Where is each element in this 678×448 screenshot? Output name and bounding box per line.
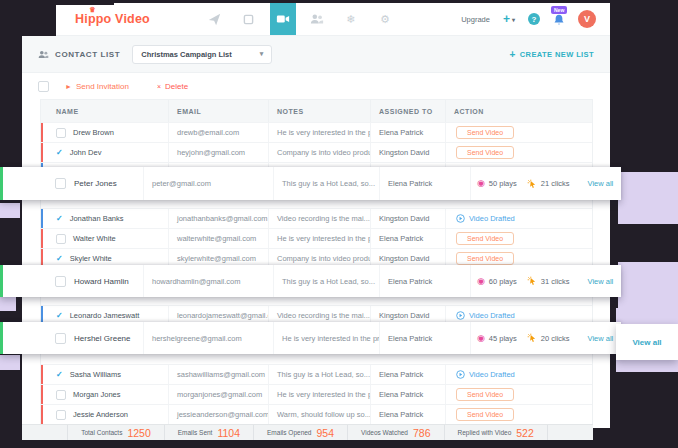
row-checkbox[interactable] (56, 390, 66, 400)
settings-icon[interactable]: ⚙ (372, 3, 398, 35)
help-button[interactable]: ? (528, 13, 540, 25)
video-drafted-status[interactable]: Video Drafted (456, 370, 515, 379)
view-all-link[interactable]: View all (588, 277, 614, 286)
create-new-list-button[interactable]: + CREATE NEW LIST (510, 49, 594, 60)
row-checkbox[interactable] (55, 178, 66, 189)
chevron-down-icon: ▾ (260, 50, 264, 58)
column-header-name: NAME (41, 100, 168, 122)
highlight-name-cell: Peter Jones (3, 167, 143, 200)
video-drafted-label: Video Drafted (469, 370, 515, 379)
video-camera-icon[interactable] (270, 3, 296, 35)
row-checkbox[interactable] (56, 234, 66, 244)
highlight-name-cell: Howard Hamlin (3, 265, 143, 297)
highlight-block (0, 355, 20, 370)
row-checkbox[interactable] (56, 410, 66, 420)
table-row[interactable]: ✓ Drew Brown drewb@email.com He is very … (41, 122, 592, 142)
notifications-button[interactable]: New (553, 13, 565, 26)
stats-footer: Total Contacts 1250 Emails Sent 1104 Ema… (22, 424, 593, 440)
contact-email: heyjohn@gmail.com (168, 143, 268, 162)
contact-name: Drew Brown (73, 128, 114, 137)
row-checkbox[interactable] (55, 276, 66, 287)
snowflake-icon: ❄ (346, 13, 355, 26)
contact-name: Peter Jones (74, 179, 117, 188)
view-all-link[interactable]: View all (588, 179, 614, 188)
stat-value: 954 (316, 427, 334, 439)
avatar[interactable]: V (578, 10, 596, 28)
bell-icon (553, 13, 565, 26)
integrations-icon[interactable]: ❄ (338, 3, 364, 35)
contact-email: sashawilliams@gmail.com (168, 365, 268, 384)
table-row[interactable]: ✓ Sasha Williams sashawilliams@gmail.com… (41, 364, 592, 384)
contact-email: morganjones@gmail.com (168, 385, 268, 404)
contact-notes: He is very interested in the prod... (268, 229, 370, 248)
video-drafted-status[interactable]: Video Drafted (456, 214, 515, 223)
row-checkbox[interactable] (56, 128, 66, 138)
circle-play-icon (456, 214, 465, 223)
table-row[interactable]: ✓ Morgan Jones morganjones@gmail.com He … (41, 384, 592, 404)
contacts-table: NAME EMAIL NOTES ASSIGNED TO ACTION ✓ Dr… (40, 99, 593, 424)
column-header-notes: NOTES (268, 100, 370, 122)
table-row[interactable]: ✓ Jessie Anderson jessieanderson@gmail.c… (41, 404, 592, 424)
check-icon[interactable]: ✓ (56, 148, 63, 157)
top-navigation-bar: ♛ Hippo Video ❄ (22, 3, 610, 35)
table-row[interactable]: ✓ Jonathan Banks jonathanbanks@gmail.com… (41, 208, 592, 228)
contact-name: John Dev (70, 148, 102, 157)
highlight-row-peter-jones[interactable]: Peter Jones peter@gmail.com This guy is … (0, 167, 621, 200)
view-all-link[interactable]: View all (588, 334, 614, 343)
contact-notes: He is very interested in the prod... (273, 322, 379, 354)
contact-assigned-to: Elena Patrick (370, 365, 445, 384)
action-cell: Send Video Video Drafted (445, 143, 592, 162)
contact-name: Jonathan Banks (70, 214, 124, 223)
name-cell: ✓ Morgan Jones (41, 385, 168, 404)
video-drafted-status[interactable]: Video Drafted (456, 311, 515, 320)
table-row[interactable]: ✓ Walter White walterwhite@gmail.com He … (41, 228, 592, 248)
row-checkbox[interactable] (55, 333, 66, 344)
clicks-count: 31 clicks (541, 277, 570, 286)
contact-name: Skyler White (70, 254, 112, 263)
send-video-button[interactable]: Send Video (456, 146, 514, 159)
highlight-row-howard-hamlin[interactable]: Howard Hamlin howardhamlin@gmail.com Thi… (0, 265, 621, 297)
contact-email: hershelgreene@gmail.com (143, 322, 273, 354)
send-invitation-button[interactable]: ► Send Invitation (65, 82, 129, 91)
upgrade-link[interactable]: Upgrade (461, 15, 490, 24)
app-logo[interactable]: ♛ Hippo Video (75, 12, 150, 26)
page-background: ♛ Hippo Video ❄ (0, 0, 678, 448)
contact-assigned-to: Elena Patrick (379, 167, 470, 200)
plus-icon: + (510, 49, 516, 60)
plays-icon: ◉ (477, 277, 485, 286)
contact-email: jessieanderson@gmail.com (168, 405, 268, 424)
contact-name: Walter White (73, 234, 116, 243)
quick-add-button[interactable]: + ▾ (503, 12, 515, 26)
contact-list-toolbar: CONTACT LIST Christmas Campaign List ▾ +… (22, 35, 610, 73)
table-header-row: NAME EMAIL NOTES ASSIGNED TO ACTION (41, 100, 592, 122)
send-video-button[interactable]: Send Video (456, 232, 514, 245)
check-icon[interactable]: ✓ (56, 311, 63, 320)
send-video-button[interactable]: Send Video (456, 252, 514, 265)
main-nav: ❄ ⚙ (202, 3, 398, 35)
check-icon[interactable]: ✓ (56, 254, 63, 263)
send-video-button[interactable]: Send Video (456, 408, 514, 421)
delete-button[interactable]: × Delete (157, 82, 188, 91)
contacts-icon[interactable] (304, 3, 330, 35)
check-icon[interactable]: ✓ (56, 214, 63, 223)
send-video-button[interactable]: Send Video (456, 388, 514, 401)
contact-name: Leonardo Jameswatt (70, 311, 140, 320)
crown-icon: ♛ (89, 6, 95, 14)
users-icon (38, 49, 49, 60)
action-cell: Send Video Video Drafted (445, 209, 592, 228)
video-drafted-label: Video Drafted (469, 311, 515, 320)
question-icon: ? (532, 15, 537, 24)
send-video-button[interactable]: Send Video (456, 126, 514, 139)
view-all-tooltip[interactable]: View all (616, 324, 678, 360)
dark-overlay-patch (0, 0, 114, 5)
highlight-row-hershel-greene[interactable]: Hershel Greene hershelgreene@gmail.com H… (0, 322, 621, 354)
send-campaign-icon[interactable] (202, 3, 228, 35)
create-new-list-label: CREATE NEW LIST (520, 50, 594, 59)
check-icon[interactable]: ✓ (56, 370, 63, 379)
table-row[interactable]: ✓ John Dev heyjohn@gmail.com Company is … (41, 142, 592, 162)
list-selector-dropdown[interactable]: Christmas Campaign List ▾ (132, 45, 272, 64)
screen-icon[interactable] (236, 3, 262, 35)
bulk-action-bar: ► Send Invitation × Delete (22, 73, 610, 99)
gear-icon: ⚙ (380, 13, 390, 26)
select-all-checkbox[interactable] (38, 81, 49, 92)
